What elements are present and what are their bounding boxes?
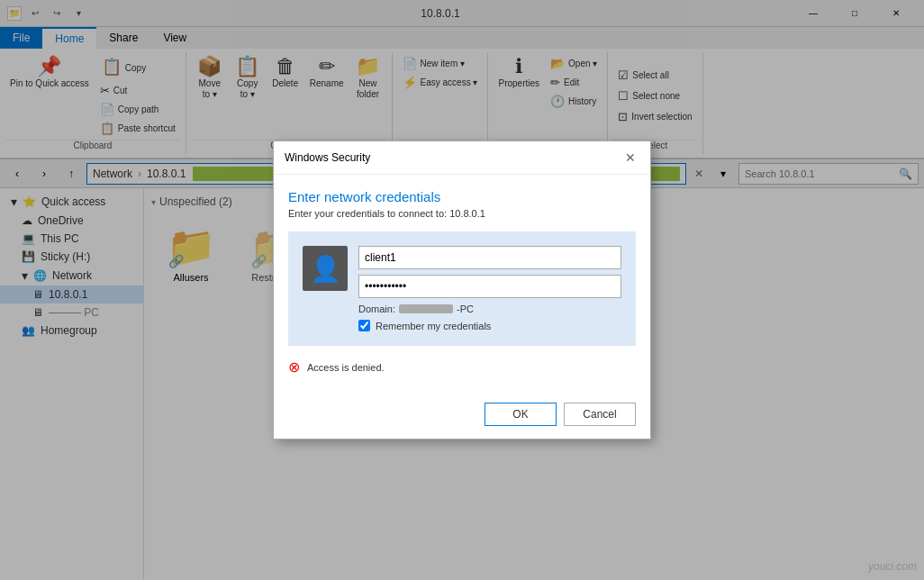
error-icon: ⊗: [288, 358, 300, 376]
password-input[interactable]: [358, 275, 621, 298]
avatar-icon: 👤: [310, 254, 341, 284]
domain-row: Domain: -PC: [358, 304, 621, 314]
avatar-box: 👤: [303, 246, 348, 291]
remember-row: Remember my credentials: [358, 320, 621, 331]
dialog-buttons: OK Cancel: [274, 394, 650, 439]
username-input[interactable]: [358, 246, 621, 269]
error-text: Access is denied.: [307, 362, 385, 373]
remember-checkbox[interactable]: [358, 320, 370, 331]
domain-blur: [399, 304, 453, 313]
error-row: ⊗ Access is denied.: [288, 355, 636, 379]
dialog-title-text: Windows Security: [285, 151, 370, 164]
dialog-body: Enter network credentials Enter your cre…: [274, 175, 650, 394]
domain-label: Domain:: [358, 304, 395, 314]
remember-label: Remember my credentials: [376, 321, 491, 331]
dialog-heading: Enter network credentials: [288, 189, 636, 204]
dialog-subtext: Enter your credentials to connect to: 10…: [288, 208, 636, 219]
domain-value: -PC: [457, 304, 474, 314]
dialog-overlay: Windows Security ✕ Enter network credent…: [0, 0, 924, 580]
credential-fields: Domain: -PC Remember my credentials: [358, 246, 621, 331]
ok-button[interactable]: OK: [485, 403, 557, 426]
cancel-button[interactable]: Cancel: [564, 403, 636, 426]
dialog-close-button[interactable]: ✕: [621, 149, 639, 167]
windows-security-dialog: Windows Security ✕ Enter network credent…: [273, 140, 651, 440]
dialog-credentials: 👤 Domain: -PC Remember my credentials: [288, 231, 636, 346]
dialog-title-bar: Windows Security ✕: [274, 141, 650, 175]
